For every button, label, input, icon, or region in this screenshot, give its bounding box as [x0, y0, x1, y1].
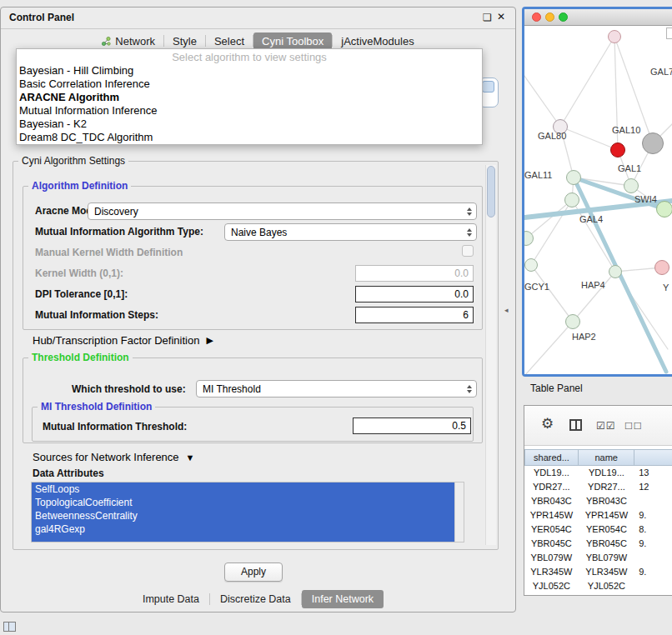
tab-jactivemodules[interactable]: jActiveModules — [333, 32, 422, 50]
network-node-gcy1[interactable] — [524, 258, 538, 272]
which-threshold-select[interactable]: MI Threshold — [196, 380, 477, 398]
expander-down-icon: ▼ — [186, 452, 195, 462]
network-edge[interactable] — [560, 37, 614, 127]
network-window-titlebar — [524, 9, 672, 26]
list-item-topologicalcoefficient[interactable]: TopologicalCoefficient — [32, 496, 454, 509]
columns-icon[interactable] — [569, 419, 582, 431]
tab-style[interactable]: Style — [164, 32, 205, 50]
mi-algorithm-type-select[interactable]: Naive Bayes — [224, 223, 477, 241]
algorithm-option-mutual-information-inference[interactable]: Mutual Information Inference — [17, 104, 482, 118]
gear-icon[interactable]: ⚙ — [541, 415, 554, 432]
tab-select[interactable]: Select — [206, 32, 253, 50]
network-view-window: GAL80GAL10GAL11GAL1SWI4GAL4GCY1HAP4HAP2G… — [522, 7, 672, 377]
column-header-shared[interactable]: shared... — [524, 449, 579, 466]
manual-kernel-checkbox[interactable] — [462, 245, 474, 257]
network-node-gal4[interactable] — [564, 192, 579, 208]
table-row[interactable]: YLR345WYLR345W9. — [524, 565, 672, 579]
table-cell: 13 — [634, 466, 672, 480]
tab-impute-data[interactable]: Impute Data — [133, 590, 209, 608]
network-edge[interactable] — [524, 76, 560, 127]
list-scrollbar[interactable] — [454, 482, 464, 542]
table-cell: YDL19... — [524, 466, 579, 480]
network-canvas[interactable]: GAL80GAL10GAL11GAL1SWI4GAL4GCY1HAP4HAP2G… — [524, 26, 672, 377]
mi-steps-field[interactable] — [355, 307, 474, 323]
network-node-gal1[interactable] — [624, 178, 639, 193]
list-item-partial[interactable] — [32, 536, 454, 542]
deselect-all-rows-icon[interactable]: ☐☐ — [624, 421, 643, 432]
node-label-gal11: GAL11 — [524, 170, 552, 180]
network-edge[interactable] — [524, 322, 573, 376]
cyni-bottom-tabs: Impute DataDiscretize DataInfer Network — [1, 589, 515, 609]
network-node[interactable] — [654, 260, 669, 275]
tab-label: Select — [214, 35, 244, 48]
algorithm-option-basic-correlation-inference[interactable]: Basic Correlation Inference — [17, 78, 482, 91]
traffic-minimize-button[interactable] — [545, 12, 554, 22]
mi-threshold-field[interactable] — [353, 418, 471, 434]
table-row[interactable]: YJL052CYJL052C — [524, 579, 672, 593]
tab-network[interactable]: Network — [93, 32, 163, 50]
table-row[interactable]: YBR043CYBR043C — [524, 494, 672, 508]
network-edge[interactable] — [526, 200, 572, 238]
mi-algorithm-type-value: Naive Bayes — [225, 227, 463, 238]
tab-infer-network[interactable]: Infer Network — [302, 590, 384, 608]
network-node-hap4[interactable] — [609, 265, 622, 278]
which-threshold-label: Which threshold to use: — [72, 383, 186, 395]
select-all-rows-icon[interactable]: ☑☑ — [596, 420, 616, 432]
network-edge[interactable] — [531, 265, 573, 322]
table-row[interactable]: YBR045CYBR045C9. — [524, 537, 672, 551]
algorithm-option-bayesian-k2[interactable]: Bayesian - K2 — [17, 118, 482, 131]
settings-scrollbar[interactable] — [485, 165, 496, 545]
network-node-swi4[interactable] — [656, 201, 672, 218]
traffic-zoom-button[interactable] — [559, 12, 568, 22]
threshold-definition-group: Threshold Definition Which threshold to … — [23, 358, 483, 443]
minimized-panel-icon[interactable] — [3, 622, 16, 632]
tab-discretize-data[interactable]: Discretize Data — [210, 590, 301, 608]
list-item-selfloops[interactable]: SelfLoops — [32, 482, 454, 496]
network-scrollbar-thumb[interactable] — [666, 28, 672, 39]
algorithm-option-dream8-dc-tdc-algorithm[interactable]: Dream8 DC_TDC Algorithm — [17, 131, 482, 144]
table-row[interactable]: YPR145WYPR145W9. — [524, 508, 672, 522]
column-header-name[interactable]: name — [579, 449, 635, 466]
network-edge[interactable] — [573, 272, 615, 322]
network-node[interactable] — [642, 132, 664, 154]
table-row[interactable]: YBL079WYBL079W — [524, 551, 672, 565]
cyni-settings-title: Cyni Algorithm Settings — [18, 155, 128, 167]
sources-expander[interactable]: Sources for Network Inference ▼ — [33, 451, 194, 463]
dpi-tolerance-field[interactable] — [355, 286, 474, 302]
table-cell — [634, 551, 672, 565]
expander-right-icon: ▶ — [206, 335, 213, 346]
panel-collapse-arrow[interactable]: ◂ — [504, 306, 509, 314]
apply-button[interactable]: Apply — [224, 562, 283, 582]
float-window-icon[interactable]: ❏ — [483, 12, 492, 23]
network-tab-icon — [102, 37, 111, 46]
list-item-betweennesscentrality[interactable]: BetweennessCentrality — [32, 509, 454, 522]
table-row[interactable]: YDL19...YDL19...13 — [524, 466, 672, 480]
node-label-gal10: GAL10 — [612, 125, 640, 135]
data-attributes-list[interactable]: SelfLoopsTopologicalCoefficientBetweenne… — [31, 482, 464, 542]
network-edge[interactable] — [560, 127, 618, 150]
combo-arrows-icon — [463, 208, 476, 216]
table-cell: YER054C — [579, 522, 634, 537]
network-node-hap2[interactable] — [565, 314, 580, 329]
hub-definition-expander[interactable]: Hub/Transcription Factor Definition ▶ — [33, 334, 213, 347]
aracne-mode-select[interactable]: Discovery — [88, 202, 477, 220]
algorithm-options-list: Bayesian - Hill ClimbingBasic Correlatio… — [17, 64, 482, 144]
algorithm-option-aracne-algorithm[interactable]: ARACNE Algorithm — [17, 91, 482, 104]
traffic-close-button[interactable] — [532, 12, 541, 22]
column-header-col2[interactable] — [634, 449, 672, 466]
tab-cyni-toolbox[interactable]: Cyni Toolbox — [253, 32, 332, 50]
algorithm-option-bayesian-hill-climbing[interactable]: Bayesian - Hill Climbing — [17, 64, 482, 78]
table-row[interactable]: YDR27...YDR27...12 — [524, 480, 672, 494]
table-cell: YBR045C — [524, 537, 579, 551]
control-panel-title: Control Panel — [9, 12, 74, 23]
mi-threshold-group: MI Threshold Definition Mutual Informati… — [32, 407, 474, 442]
network-node-gal11[interactable] — [566, 170, 581, 185]
network-edge[interactable] — [531, 200, 572, 265]
settings-scrollbar-thumb[interactable] — [487, 166, 495, 218]
list-item-gal4rgexp[interactable]: gal4RGexp — [32, 522, 454, 536]
table-row[interactable]: YER054CYER054C8. — [524, 522, 672, 537]
network-node[interactable] — [608, 30, 621, 43]
network-node-gal10[interactable] — [610, 142, 625, 158]
kernel-width-field[interactable] — [355, 265, 474, 282]
close-window-icon[interactable]: ✕ — [497, 11, 505, 22]
